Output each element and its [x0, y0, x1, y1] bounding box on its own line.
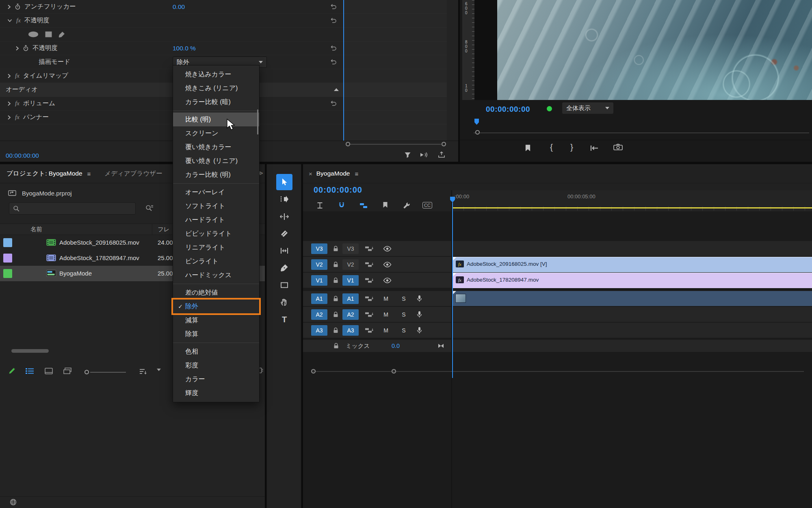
lock-icon[interactable] [333, 343, 339, 349]
blend-mode-option[interactable]: ✓除外 [173, 300, 259, 313]
sync-lock-icon[interactable] [365, 328, 374, 333]
play-audio-icon[interactable] [420, 152, 428, 158]
ripple-edit-tool[interactable] [276, 208, 292, 225]
source-patch-button[interactable]: V3 [311, 243, 327, 254]
blend-mode-option[interactable]: 除算 [173, 327, 259, 341]
label-color-swatch[interactable] [3, 254, 12, 263]
mute-button[interactable]: M [382, 295, 390, 302]
track-select-forward-tool[interactable] [276, 191, 292, 207]
mic-icon[interactable] [417, 295, 422, 302]
track-target-button[interactable]: V3 [342, 243, 359, 254]
selection-tool[interactable] [276, 174, 292, 190]
property-value[interactable]: 100.0 % [173, 45, 196, 52]
eye-icon[interactable] [383, 246, 392, 252]
sync-lock-icon[interactable] [365, 246, 374, 252]
chevron-right-icon[interactable] [7, 74, 11, 78]
blend-mode-option[interactable]: ビビッドライト [173, 227, 259, 241]
blend-mode-option[interactable]: 減算 [173, 313, 259, 327]
timeline-scrollbar-track[interactable] [311, 371, 804, 372]
chevron-down-icon[interactable] [7, 19, 12, 22]
panel-menu-icon[interactable]: ≡ [355, 170, 359, 177]
freeform-view-icon[interactable] [63, 367, 71, 374]
chevron-down-icon[interactable] [157, 371, 161, 378]
rectangle-mask-icon[interactable] [45, 31, 52, 38]
source-patch-button[interactable]: A1 [311, 293, 327, 304]
eye-icon[interactable] [383, 262, 392, 267]
column-name[interactable]: 名前 [30, 226, 42, 233]
mic-icon[interactable] [417, 327, 422, 334]
zoom-handle-left[interactable] [346, 142, 350, 146]
hand-tool[interactable] [276, 294, 292, 310]
breadcrumb[interactable]: ByogaMode.prproj [22, 190, 72, 197]
stopwatch-icon[interactable] [23, 45, 29, 51]
filter-properties-icon[interactable] [404, 152, 411, 158]
panel-menu-icon[interactable]: ≡ [87, 170, 91, 177]
blend-mode-option[interactable]: 焼き込みカラー [173, 67, 259, 81]
tab-media-browser[interactable]: メディアブラウザー [104, 169, 162, 178]
pen-tool[interactable] [276, 260, 292, 276]
reset-icon[interactable] [330, 59, 337, 65]
mix-value[interactable]: 0.0 [392, 343, 400, 349]
go-to-in-icon[interactable] [590, 145, 599, 151]
program-scroll-handle[interactable] [475, 130, 480, 135]
track-lane-a2[interactable] [452, 307, 812, 322]
blend-mode-option[interactable]: 色相 [173, 345, 259, 358]
add-marker-icon[interactable] [525, 144, 531, 152]
track-target-button[interactable]: A1 [342, 293, 359, 304]
search-input[interactable] [9, 202, 136, 215]
blend-mode-option[interactable]: カラー比較 (暗) [173, 95, 259, 109]
blend-mode-option[interactable]: スクリーン [173, 126, 259, 140]
menu-scrollbar[interactable] [257, 109, 258, 135]
lock-icon[interactable] [333, 245, 339, 252]
program-scrollbar-track[interactable] [474, 132, 809, 133]
navigate-up-icon[interactable] [8, 189, 16, 196]
timeline-zoom-handle-left[interactable] [311, 369, 316, 373]
lock-icon[interactable] [333, 277, 339, 284]
blend-mode-option[interactable]: 比較 (明) [173, 113, 259, 126]
ellipse-mask-icon[interactable] [28, 31, 39, 38]
zoom-level-dropdown[interactable]: 全体表示 [562, 102, 613, 114]
mute-button[interactable]: M [382, 311, 390, 318]
blend-mode-option[interactable]: ソフトライト [173, 199, 259, 213]
search-bin-icon[interactable] [145, 204, 154, 212]
lock-icon[interactable] [333, 295, 339, 302]
label-color-swatch[interactable] [3, 238, 12, 247]
blend-mode-option[interactable]: 彩度 [173, 358, 259, 372]
blend-mode-option[interactable]: 覆い焼きカラー [173, 140, 259, 154]
timeline-zoom-handle-right[interactable] [392, 369, 396, 373]
reset-icon[interactable] [330, 17, 337, 24]
fader-icon[interactable] [438, 343, 444, 348]
export-frame-camera-icon[interactable] [613, 143, 623, 150]
mark-out-icon[interactable]: } [570, 142, 573, 152]
track-lane-mix[interactable] [452, 340, 812, 352]
collapse-up-icon[interactable] [334, 88, 339, 91]
edit-pencil-icon[interactable] [8, 367, 16, 375]
blend-mode-option[interactable]: ハードライト [173, 213, 259, 227]
tab-sequence[interactable]: ByogaMode [316, 170, 350, 177]
track-target-button[interactable]: A3 [342, 325, 359, 336]
razor-tool[interactable] [276, 226, 292, 242]
thumbnail-zoom-handle[interactable] [84, 370, 89, 374]
fx-badge-icon[interactable]: fx [15, 114, 19, 121]
mic-icon[interactable] [417, 311, 422, 318]
icon-view-icon[interactable] [45, 368, 53, 374]
source-patch-button[interactable]: A2 [311, 309, 327, 320]
lock-icon[interactable] [333, 261, 339, 268]
stopwatch-icon[interactable] [15, 4, 21, 10]
track-target-button[interactable]: A2 [342, 309, 359, 320]
chevron-right-icon[interactable] [7, 115, 11, 120]
solo-button[interactable]: S [400, 311, 408, 318]
effect-panel-timecode[interactable]: 00:00:00:00 [6, 152, 39, 159]
reset-icon[interactable] [330, 45, 337, 51]
reset-icon[interactable] [330, 100, 337, 106]
type-tool[interactable]: T [276, 311, 292, 328]
captions-cc-icon[interactable]: CC [422, 202, 432, 208]
track-lane-v3[interactable] [452, 241, 812, 256]
program-playhead-marker[interactable] [474, 119, 479, 125]
pen-mask-icon[interactable] [58, 31, 65, 38]
linked-selection-icon[interactable] [359, 202, 368, 209]
zoom-handle-right[interactable] [442, 142, 446, 146]
label-color-swatch[interactable] [3, 269, 12, 278]
reset-icon[interactable] [330, 4, 337, 10]
blend-mode-option[interactable]: ハードミックス [173, 268, 259, 282]
